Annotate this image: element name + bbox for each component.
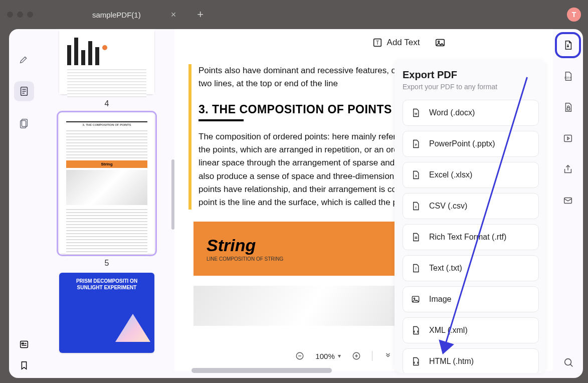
export-option-xml[interactable]: XML (.xml)	[403, 317, 539, 343]
svg-line-26	[570, 364, 573, 367]
option-label: Text (.txt)	[429, 264, 462, 273]
svg-text:T: T	[415, 267, 417, 271]
horizontal-scrollbar[interactable]	[191, 368, 332, 373]
left-toolbar-bottom	[9, 339, 39, 371]
xml-icon	[410, 325, 421, 336]
thumbnail-page-5[interactable]: 3. THE COMPOSITION OF POINTS String	[59, 113, 154, 254]
text-icon: T	[410, 263, 421, 274]
left-toolbar	[9, 29, 39, 378]
zoom-out-button[interactable]	[292, 348, 307, 363]
thumbnails-tool[interactable]	[14, 81, 34, 101]
export-pdf-panel: Export PDF Export your PDF to any format…	[395, 60, 547, 373]
svg-rect-24	[564, 198, 572, 204]
option-label: Image	[429, 295, 451, 304]
user-avatar[interactable]: T	[567, 8, 581, 22]
export-option-rtf[interactable]: Rich Text Format (.rtf)	[403, 224, 539, 250]
slideshow-button[interactable]	[559, 129, 577, 147]
svg-text:P: P	[415, 143, 417, 146]
svg-rect-22	[564, 135, 572, 142]
share-button[interactable]	[559, 160, 577, 178]
option-label: Excel (.xlsx)	[429, 170, 472, 179]
thumbnail-number: 5	[59, 259, 154, 268]
word-icon: W	[410, 107, 421, 118]
close-window[interactable]	[7, 12, 13, 18]
svg-text:PDF/A: PDF/A	[564, 77, 571, 79]
option-label: Word (.docx)	[429, 108, 475, 117]
bookmark-tool[interactable]	[19, 360, 30, 371]
svg-text:X: X	[415, 174, 417, 177]
export-option-html[interactable]: HTML (.htm)	[403, 348, 539, 373]
panel-title: Export PDF	[403, 69, 539, 81]
export-option-csv[interactable]: C CSV (.csv)	[403, 193, 539, 219]
tab-title: samplePDF(1)	[92, 11, 141, 19]
document-tab[interactable]: samplePDF(1) ×	[83, 5, 185, 25]
form-tool[interactable]	[19, 339, 30, 350]
panel-subtitle: Export your PDF to any format	[403, 83, 539, 91]
search-button[interactable]	[563, 357, 574, 368]
maximize-window[interactable]	[27, 12, 33, 18]
thumbnail-number: 4	[59, 99, 154, 108]
svg-rect-7	[22, 343, 24, 344]
minimize-window[interactable]	[17, 12, 23, 18]
svg-point-35	[414, 298, 415, 299]
svg-rect-21	[567, 108, 570, 110]
window-controls	[7, 12, 33, 18]
page-down-button[interactable]	[380, 348, 396, 363]
pages-tool[interactable]	[14, 113, 34, 133]
thumbnail-page-4[interactable]	[59, 29, 154, 94]
highlighter-tool[interactable]	[14, 49, 34, 69]
export-pdf-button[interactable]	[559, 36, 577, 54]
export-option-word[interactable]: W Word (.docx)	[403, 100, 539, 126]
titlebar: samplePDF(1) × + T	[0, 0, 588, 29]
export-option-powerpoint[interactable]: P PowerPoint (.pptx)	[403, 131, 539, 157]
option-label: HTML (.htm)	[429, 357, 474, 366]
svg-text:W: W	[415, 112, 418, 115]
pdfa-button[interactable]: PDF/A	[559, 67, 577, 85]
right-toolbar: PDF/A	[553, 29, 583, 378]
export-option-excel[interactable]: X Excel (.xlsx)	[403, 162, 539, 188]
export-option-text[interactable]: T Text (.txt)	[403, 255, 539, 281]
new-tab-button[interactable]: +	[197, 8, 204, 21]
svg-point-25	[565, 359, 571, 365]
thumbnail-page-6[interactable]: PRISM DECOMPOSITI ON SUNLIGHT EXPERIMENT	[59, 273, 154, 353]
protect-button[interactable]	[559, 98, 577, 116]
thumbnail-panel: 4 3. THE COMPOSITION OF POINTS String 5 …	[39, 29, 174, 378]
option-label: Rich Text Format (.rtf)	[429, 233, 506, 242]
html-icon	[410, 356, 421, 367]
export-option-image[interactable]: Image	[403, 286, 539, 312]
zoom-level[interactable]: 100%▾	[315, 352, 340, 360]
zoom-in-button[interactable]	[349, 348, 364, 363]
option-label: XML (.xml)	[429, 326, 468, 335]
svg-marker-23	[567, 137, 569, 140]
powerpoint-icon: P	[410, 138, 421, 149]
image-icon	[410, 294, 421, 305]
svg-text:C: C	[415, 206, 417, 209]
svg-rect-6	[21, 341, 28, 348]
option-label: PowerPoint (.pptx)	[429, 139, 495, 148]
heading-rule	[199, 119, 244, 121]
rtf-icon	[410, 232, 421, 243]
close-tab-icon[interactable]: ×	[171, 10, 176, 20]
option-label: CSV (.csv)	[429, 202, 467, 211]
email-button[interactable]	[559, 192, 577, 210]
excel-icon: X	[410, 169, 421, 180]
app-window: 4 3. THE COMPOSITION OF POINTS String 5 …	[9, 29, 583, 378]
csv-icon: C	[410, 201, 421, 212]
